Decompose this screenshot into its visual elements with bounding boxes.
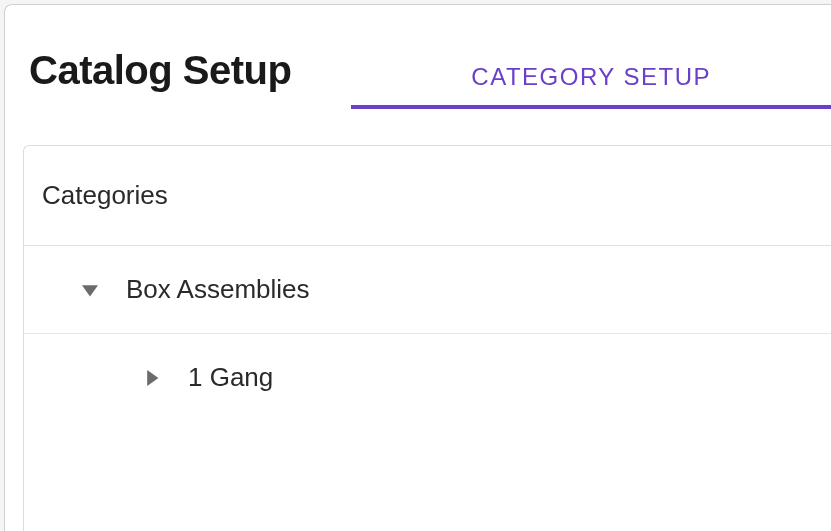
page-title: Catalog Setup xyxy=(29,48,351,109)
header-row: Catalog Setup CATEGORY SETUP xyxy=(5,5,831,109)
tree-row-box-assemblies[interactable]: Box Assemblies xyxy=(24,246,831,334)
tree-label: Box Assemblies xyxy=(126,274,310,305)
category-tree: Box Assemblies 1 Gang xyxy=(24,246,831,421)
panel-header: Categories xyxy=(24,146,831,246)
tab-category-setup[interactable]: CATEGORY SETUP xyxy=(351,45,831,109)
chevron-right-icon[interactable] xyxy=(140,366,164,390)
tab-strip: CATEGORY SETUP xyxy=(351,45,831,109)
chevron-down-icon[interactable] xyxy=(78,278,102,302)
tree-label: 1 Gang xyxy=(188,362,273,393)
page-container: Catalog Setup CATEGORY SETUP Categories … xyxy=(4,4,831,531)
tree-row-1-gang[interactable]: 1 Gang xyxy=(24,334,831,421)
categories-panel: Categories Box Assemblies 1 Gang xyxy=(23,145,831,531)
